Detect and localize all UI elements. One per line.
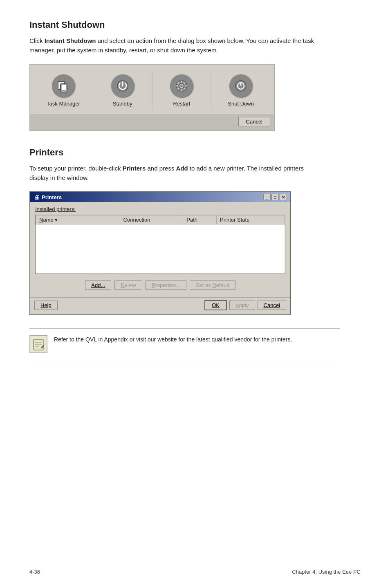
printers-footer: Help OK Apply Cancel	[30, 297, 290, 314]
titlebar-left: 🖨 Printers	[34, 194, 62, 200]
svg-rect-8	[181, 89, 182, 91]
printers-section: Printers To setup your printer, double-c…	[29, 147, 361, 361]
close-button[interactable]: ✕	[280, 194, 287, 200]
svg-rect-10	[185, 85, 187, 86]
shutdown-standby-button[interactable]: Standby	[93, 71, 152, 110]
task-manager-icon	[52, 74, 75, 97]
set-default-button[interactable]: Set as Default	[190, 281, 235, 290]
add-bold: Add	[176, 165, 188, 172]
restart-icon	[170, 74, 193, 97]
instant-shutdown-title: Instant Shutdown	[29, 20, 361, 30]
minimize-button[interactable]: _	[263, 194, 271, 200]
installed-printers-label: Installed printers:	[35, 206, 285, 212]
help-button[interactable]: Help	[34, 301, 58, 310]
apply-button[interactable]: Apply	[229, 301, 255, 310]
shutdown-icon	[229, 74, 252, 97]
empty-table-body	[36, 224, 285, 274]
printers-table-container: Name ▾ Connection Path Printer State	[35, 215, 285, 274]
note-box: Refer to the QVL in Appendix or visit ou…	[29, 328, 340, 360]
maximize-button[interactable]: □	[271, 194, 279, 200]
note-icon	[29, 335, 47, 353]
svg-rect-2	[61, 85, 66, 90]
col-printer-state[interactable]: Printer State	[217, 215, 285, 224]
page-footer: 4-36 Chapter 4: Using the Eee PC	[0, 569, 390, 575]
printers-printer-icon: 🖨	[34, 194, 39, 200]
col-path[interactable]: Path	[183, 215, 217, 224]
printers-dialog-title: Printers	[42, 194, 62, 200]
printers-table: Name ▾ Connection Path Printer State	[36, 215, 285, 274]
table-header-row: Name ▾ Connection Path Printer State	[36, 215, 285, 224]
add-printer-button[interactable]: Add...	[85, 281, 111, 290]
svg-rect-7	[181, 81, 182, 83]
ok-button[interactable]: OK	[204, 300, 227, 310]
delete-printer-button[interactable]: Delete	[114, 281, 142, 290]
instant-shutdown-desc: Click Instant Shutdown and select an act…	[29, 36, 324, 55]
standby-icon	[111, 74, 134, 97]
restart-label: Restart	[173, 101, 190, 107]
shutdown-shutdow-button[interactable]: Shut Down	[211, 71, 270, 110]
instant-shutdown-section: Instant Shutdown Click Instant Shutdown …	[29, 20, 361, 131]
svg-rect-18	[240, 83, 242, 86]
col-connection[interactable]: Connection	[120, 215, 183, 224]
col-name[interactable]: Name ▾	[36, 215, 120, 224]
shutdown-restart-button[interactable]: Restart	[152, 71, 212, 110]
svg-point-6	[180, 85, 183, 87]
cancel-printers-button[interactable]: Cancel	[258, 301, 286, 310]
shutdown-cancel-row: Cancel	[30, 114, 274, 130]
instant-shutdown-bold: Instant Shutdown	[45, 37, 96, 44]
task-manager-label: Task Manager	[47, 101, 80, 107]
printers-body: Installed printers: Name ▾ Connection Pa…	[30, 202, 290, 297]
footer-right: OK Apply Cancel	[204, 300, 286, 310]
printers-dialog: 🖨 Printers _ □ ✕ Installed printers: Nam…	[29, 191, 291, 315]
shutdown-buttons-row: Task Manager Standby	[30, 65, 274, 114]
properties-button[interactable]: Properties...	[146, 281, 186, 290]
note-text: Refer to the QVL in Appendix or visit ou…	[54, 335, 292, 344]
shutdown-cancel-button[interactable]: Cancel	[238, 117, 270, 126]
svg-rect-9	[176, 85, 178, 86]
printers-titlebar: 🖨 Printers _ □ ✕	[30, 192, 290, 202]
chapter-label: Chapter 4: Using the Eee PC	[292, 569, 361, 575]
printers-actions-row: Add... Delete Properties... Set as Defau…	[35, 278, 285, 293]
printers-title: Printers	[29, 147, 361, 158]
printers-desc: To setup your printer, double-click Prin…	[29, 164, 324, 183]
titlebar-controls: _ □ ✕	[263, 194, 287, 200]
shutdown-task-manager-button[interactable]: Task Manager	[34, 71, 93, 110]
shutdown-dialog: Task Manager Standby	[29, 64, 275, 131]
page-number: 4-36	[29, 569, 40, 575]
standby-label: Standby	[113, 101, 132, 107]
printers-bold: Printers	[123, 165, 146, 172]
shut-down-label: Shut Down	[228, 101, 254, 107]
